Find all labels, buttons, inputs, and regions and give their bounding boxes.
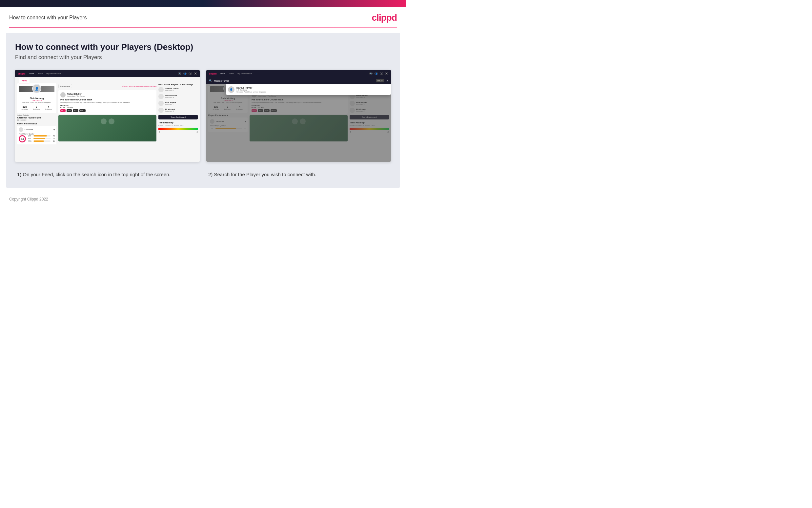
activity-header-1: Richard Butler Yesterday · The Grove <box>60 92 154 97</box>
control-link-1[interactable]: Control who can see your activity and da… <box>122 85 156 87</box>
step-1-text: 1) On your Feed, click on the search ico… <box>17 171 198 178</box>
perf-dropdown-icon[interactable]: ▾ <box>53 128 55 131</box>
heatmap-labels-1: -5 +5 <box>158 131 198 133</box>
hero-subtitle: Find and connect with your Players <box>15 54 391 61</box>
description-row: 1) On your Feed, click on the search ico… <box>15 171 391 178</box>
user-icon[interactable]: 👤 <box>183 72 187 75</box>
latest-activity-label: Latest Activity <box>17 114 56 116</box>
page-title: How to connect with your Players <box>9 15 87 21</box>
score-circle: 84 <box>19 135 26 142</box>
result-info: Marcus Turner 1-5 Handicap Cypress Point… <box>236 87 266 93</box>
mini-avatar-1: 👤 <box>32 84 41 93</box>
mini-middle-panel-1: Following ▾ Control who can see your act… <box>58 83 156 159</box>
search-result-dropdown: 👤 Marcus Turner 1-5 Handicap Cypress Poi… <box>226 84 391 95</box>
activity-card-1: Richard Butler Yesterday · The Grove Pre… <box>58 90 156 114</box>
step-2-text: 2) Search for the Player you wish to con… <box>208 171 389 178</box>
activity-title-1: Pre Tournament Course Walk <box>60 98 154 101</box>
active-player-item: Piers ParnellActivities: 4 <box>158 94 198 99</box>
result-avatar: 👤 <box>228 86 235 93</box>
screenshot-2: clippd Home Teams My Performance 🔍 👤 ⚙ ●… <box>206 70 391 162</box>
mini-nav-performance: My Performance <box>46 73 61 75</box>
mini-app-2: clippd Home Teams My Performance 🔍 👤 ⚙ ●… <box>206 70 391 162</box>
mini-nav-icons-2: 🔍 👤 ⚙ ● <box>369 72 388 75</box>
following-label: Following <box>60 85 68 87</box>
settings-icon[interactable]: ⚙ <box>189 72 192 75</box>
search-icon-2[interactable]: 🔍 <box>369 72 373 75</box>
tag-putt: PUTT <box>79 109 86 112</box>
header: How to connect with your Players clippd <box>0 7 406 27</box>
followers-count: 3 <box>33 105 40 108</box>
search-magnifier-icon: 🔍 <box>209 79 212 82</box>
duration-value-1: 02 hr : 00 min <box>60 106 73 108</box>
search-icon[interactable]: 🔍 <box>178 72 181 75</box>
team-dashboard-btn-1[interactable]: Team Dashboard <box>158 115 198 120</box>
result-name: Marcus Turner <box>236 87 266 89</box>
activity-person-1: Richard Butler <box>67 93 85 95</box>
following-btn-1[interactable]: Following ▾ <box>58 84 72 88</box>
latest-activity-date: 27 Jul 2022 <box>17 119 56 121</box>
top-bar <box>0 0 406 7</box>
perf-player-avatar <box>19 127 23 132</box>
profile-club-1: Mill Ride Golf Club, United Kingdom <box>19 101 54 103</box>
search-input-box[interactable]: Marcus Turner <box>214 80 374 82</box>
activity-desc-1: Walking the course with my coach to buil… <box>60 101 154 103</box>
following-count: 4 <box>45 105 52 108</box>
mini-left-panel-1: 👤 Blair McHarg Golf Coach Mill Ride Golf… <box>17 83 56 159</box>
avatar-icon[interactable]: ● <box>194 72 197 75</box>
activities-count: 129 <box>21 105 28 108</box>
footer: Copyright Clippd 2022 <box>0 193 406 205</box>
avatar-icon-2[interactable]: ● <box>385 72 388 75</box>
mini-nav-icons: 🔍 👤 ⚙ ● <box>178 72 197 75</box>
mini-nav-home-2: Home <box>220 73 225 75</box>
activity-meta-1: Yesterday · The Grove <box>67 95 85 97</box>
tag-arg: ARG <box>73 109 78 112</box>
activities-label: Activities <box>21 108 28 110</box>
activity-tags-1: OTT APP ARG PUTT <box>60 109 154 112</box>
most-active-title-1: Most Active Players - Last 30 days <box>158 83 198 86</box>
logo: clippd <box>372 12 397 23</box>
active-players-list-1: Richard ButlerActivities: 7Piers Parnell… <box>158 87 198 113</box>
mini-content-1: 👤 Blair McHarg Golf Coach Mill Ride Golf… <box>15 83 200 161</box>
profile-card-1: 👤 Blair McHarg Golf Coach Mill Ride Golf… <box>17 83 56 113</box>
close-search-button[interactable]: × <box>386 79 388 83</box>
player-perf-title-1: Player Performance <box>17 122 56 125</box>
duration-1: Duration 02 hr : 00 min <box>60 104 154 108</box>
main-content: How to connect with your Players (Deskto… <box>6 33 400 188</box>
player-perf-card-1: Eli Vincent ▾ Total Player Quality 84 OT… <box>17 126 56 144</box>
feed-tab-1[interactable]: Feed <box>19 78 30 83</box>
mini-nav-home: Home <box>29 73 34 75</box>
tag-app: APP <box>66 109 72 112</box>
followers-label: Followers <box>33 108 40 110</box>
mini-nav-teams-2: Teams <box>229 73 235 75</box>
mini-logo-2: clippd <box>209 72 217 75</box>
mini-nav-perf-2: My Performance <box>237 73 252 75</box>
active-player-item: Eli VincentActivities: 1 <box>158 108 198 113</box>
golf-circles <box>101 119 114 124</box>
activity-avatar-1 <box>60 92 65 97</box>
search-text: Marcus Turner <box>214 80 229 82</box>
score-bars: OTT 79 APP 70 <box>28 135 55 143</box>
profile-stats-1: 129 Activities 3 Followers 4 Following <box>19 105 54 110</box>
description-2: 2) Search for the Player you wish to con… <box>206 171 391 178</box>
following-bar-1: Following ▾ Control who can see your act… <box>58 83 156 89</box>
heatmap-max-1: +5 <box>196 131 198 133</box>
profile-name-1: Blair McHarg <box>19 97 54 99</box>
search-result-row[interactable]: 👤 Marcus Turner 1-5 Handicap Cypress Poi… <box>228 86 389 93</box>
clear-button[interactable]: CLEAR <box>376 79 384 82</box>
golf-image-1 <box>58 115 156 141</box>
heatmap-min-1: -5 <box>158 131 160 133</box>
user-icon-2[interactable]: 👤 <box>375 72 378 75</box>
heatmap-bar-1 <box>158 128 198 130</box>
perf-player-row: Eli Vincent ▾ <box>19 127 55 132</box>
mini-nav-2: clippd Home Teams My Performance 🔍 👤 ⚙ ● <box>206 70 391 77</box>
search-bar: 🔍 Marcus Turner CLEAR × <box>206 77 391 84</box>
heatmap-sub-1: Player Quality · 30 Round Trend <box>158 124 198 126</box>
heatmap-title-1: Team Heatmap <box>158 121 198 124</box>
settings-icon-2[interactable]: ⚙ <box>380 72 383 75</box>
following-label: Following <box>45 108 52 110</box>
search-overlay: 🔍 Marcus Turner CLEAR × 👤 Marcus Turner <box>206 77 391 162</box>
copyright-text: Copyright Clippd 2022 <box>9 197 48 202</box>
mini-nav-1: clippd Home Teams My Performance 🔍 👤 ⚙ ● <box>15 70 200 77</box>
screenshot-1: clippd Home Teams My Performance 🔍 👤 ⚙ ●… <box>15 70 200 162</box>
mini-logo-1: clippd <box>18 72 26 75</box>
